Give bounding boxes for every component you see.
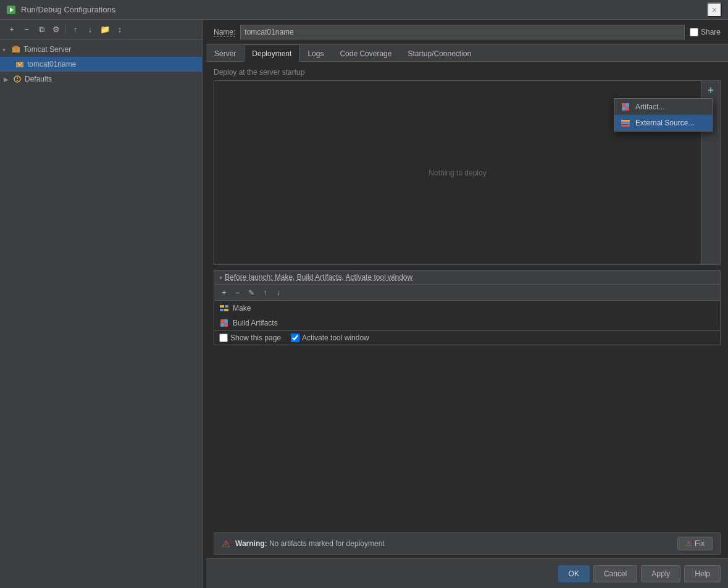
dropdown-external-source-item[interactable]: External Source... xyxy=(614,115,712,131)
config-tree: ▾ Tomcat Server xyxy=(0,40,202,588)
checkboxes-row: Show this page Activate tool window xyxy=(214,330,720,345)
dialog-title: Run/Debug Configurations xyxy=(21,5,707,14)
folder-button[interactable]: 📁 xyxy=(98,23,112,36)
share-label[interactable]: Share xyxy=(701,28,721,36)
tab-code-coverage[interactable]: Code Coverage xyxy=(332,44,400,62)
svg-rect-10 xyxy=(622,103,625,107)
right-panel: Name: Share Server Deployment Logs Code … xyxy=(206,20,728,588)
external-source-icon xyxy=(621,118,630,128)
make-icon xyxy=(219,303,229,313)
tomcat-group-icon xyxy=(11,44,21,54)
left-panel: + − ⧉ ⚙ ↑ ↓ 📁 ↕ ▾ xyxy=(0,20,203,588)
show-page-label[interactable]: Show this page xyxy=(230,334,281,342)
warning-bold: Warning: xyxy=(235,539,267,548)
warning-message: No artifacts marked for deployment xyxy=(269,539,385,548)
name-input[interactable] xyxy=(240,25,685,40)
deploy-add-button[interactable]: + xyxy=(704,83,718,97)
svg-rect-18 xyxy=(225,305,228,308)
tab-startup-connection[interactable]: Startup/Connection xyxy=(400,44,479,62)
move-down-button[interactable]: ↓ xyxy=(83,23,97,36)
activate-tool-window-check-item: Activate tool window xyxy=(291,334,369,342)
svg-rect-21 xyxy=(220,319,224,323)
artifact-icon xyxy=(621,102,630,112)
share-container: Share xyxy=(690,28,721,36)
share-checkbox[interactable] xyxy=(690,28,698,36)
warning-text: Warning: No artifacts marked for deploym… xyxy=(235,539,677,548)
ok-button[interactable]: OK xyxy=(558,565,590,582)
close-button[interactable]: × xyxy=(707,2,722,17)
svg-rect-23 xyxy=(220,323,224,327)
cancel-button[interactable]: Cancel xyxy=(593,565,637,582)
defaults-icon xyxy=(12,74,22,84)
tomcat-expand-arrow: ▾ xyxy=(2,46,11,53)
copy-config-button[interactable]: ⧉ xyxy=(35,23,48,36)
tab-deployment[interactable]: Deployment xyxy=(244,44,299,62)
before-launch-section: ▾ Before launch: Make, Build Artifacts, … xyxy=(214,270,721,345)
dropdown-artifact-item[interactable]: Artifact... xyxy=(614,99,712,115)
help-button[interactable]: Help xyxy=(684,565,721,582)
bl-make-item[interactable]: Make xyxy=(214,301,720,316)
before-launch-arrow: ▾ xyxy=(219,274,222,281)
svg-point-9 xyxy=(17,80,18,82)
bl-up-button[interactable]: ↑ xyxy=(259,287,271,299)
svg-rect-13 xyxy=(625,107,629,111)
fix-label: Fix xyxy=(695,539,705,548)
activate-tool-window-checkbox[interactable] xyxy=(291,334,299,342)
run-debug-icon xyxy=(6,5,16,15)
settings-config-button[interactable]: ⚙ xyxy=(49,23,63,36)
deploy-header: Deploy at the server startup xyxy=(206,62,728,80)
defaults-label: Defaults xyxy=(25,75,52,83)
svg-rect-12 xyxy=(622,107,625,111)
tomcat-group: ▾ Tomcat Server xyxy=(0,42,202,72)
toolbar-separator xyxy=(65,25,66,35)
bl-build-artifacts-item[interactable]: Build Artifacts xyxy=(214,316,720,330)
show-page-check-item: Show this page xyxy=(219,334,281,342)
remove-config-button[interactable]: − xyxy=(20,23,33,36)
svg-rect-15 xyxy=(621,122,630,124)
svg-rect-20 xyxy=(224,309,228,311)
move-up-button[interactable]: ↑ xyxy=(69,23,82,36)
svg-rect-17 xyxy=(220,305,224,308)
deploy-wrapper: Nothing to deploy + ↓ ✎ xyxy=(214,80,721,265)
tomcat-config-item[interactable]: tomcat01name xyxy=(0,57,202,72)
bl-edit-button[interactable]: ✎ xyxy=(245,287,257,299)
tab-server[interactable]: Server xyxy=(206,44,244,62)
bl-down-button[interactable]: ↓ xyxy=(272,287,285,299)
deploy-dropdown-menu: Artifact... External Source... xyxy=(614,98,713,132)
defaults-arrow: ▶ xyxy=(4,76,12,83)
bl-remove-button[interactable]: − xyxy=(232,287,244,299)
svg-rect-22 xyxy=(224,319,228,323)
bottom-bar: OK Cancel Apply Help xyxy=(206,558,728,588)
external-source-label: External Source... xyxy=(635,119,694,127)
svg-point-4 xyxy=(15,48,17,51)
svg-rect-24 xyxy=(224,323,228,327)
bl-add-button[interactable]: + xyxy=(218,287,230,299)
tomcat-server-group-header[interactable]: ▾ Tomcat Server xyxy=(0,42,202,57)
dialog-body: + − ⧉ ⚙ ↑ ↓ 📁 ↕ ▾ xyxy=(0,20,728,588)
defaults-item[interactable]: ▶ Defaults xyxy=(0,72,202,86)
svg-rect-11 xyxy=(625,103,629,107)
svg-rect-14 xyxy=(621,120,630,122)
fix-button[interactable]: ⚠ Fix xyxy=(677,537,713,550)
tomcat-config-name: tomcat01name xyxy=(27,60,76,69)
tab-logs[interactable]: Logs xyxy=(299,44,332,62)
before-launch-title: Before launch: Make, Build Artifacts, Ac… xyxy=(225,273,412,282)
svg-rect-16 xyxy=(621,125,630,127)
show-page-checkbox[interactable] xyxy=(219,334,228,342)
warning-icon: ⚠ xyxy=(222,538,230,550)
svg-rect-3 xyxy=(14,46,19,48)
warning-bar: ⚠ Warning: No artifacts marked for deplo… xyxy=(214,532,721,555)
name-label: Name: xyxy=(214,28,235,36)
tomcat-server-label: Tomcat Server xyxy=(23,45,71,54)
title-bar: Run/Debug Configurations × xyxy=(0,0,728,20)
nothing-to-deploy-text: Nothing to deploy xyxy=(429,169,486,177)
apply-button[interactable]: Apply xyxy=(641,565,680,582)
sort-button[interactable]: ↕ xyxy=(113,23,127,36)
before-launch-header[interactable]: ▾ Before launch: Make, Build Artifacts, … xyxy=(214,271,720,285)
build-artifacts-icon xyxy=(219,318,229,328)
before-launch-toolbar: + − ✎ ↑ ↓ xyxy=(214,285,720,301)
activate-tool-window-label[interactable]: Activate tool window xyxy=(302,334,369,342)
name-row: Name: Share xyxy=(206,20,728,44)
add-config-button[interactable]: + xyxy=(5,23,19,36)
spacer xyxy=(206,345,728,529)
